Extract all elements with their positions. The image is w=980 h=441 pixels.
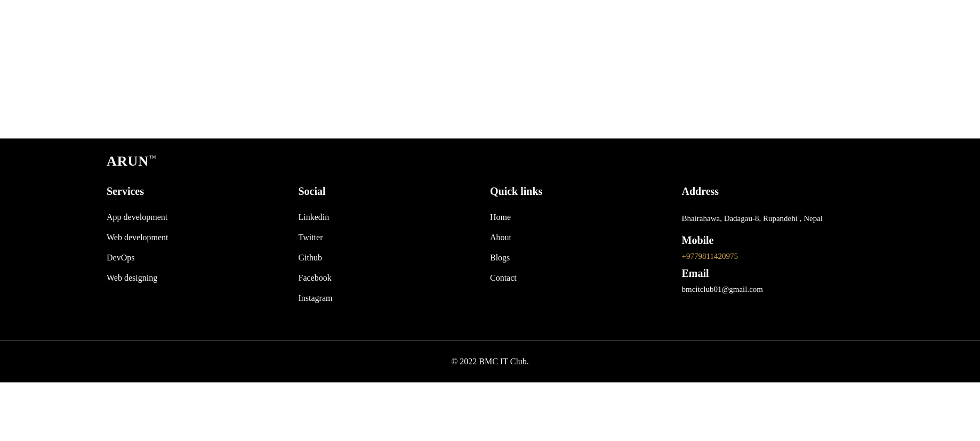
- brand-name: ARUN™: [107, 153, 157, 169]
- mobile-label: Mobile: [682, 234, 874, 247]
- footer-brand: ARUN™: [0, 138, 980, 169]
- list-item: Blogs: [490, 253, 682, 263]
- email-label: Email: [682, 267, 874, 280]
- footer-col-quick-links: Quick links Home About Blogs Contact: [490, 185, 682, 314]
- list-item: Linkedin: [299, 213, 491, 222]
- app-development-link[interactable]: App development: [107, 213, 167, 222]
- footer: ARUN™ Services App development Web devel…: [0, 138, 980, 382]
- web-designing-link[interactable]: Web designing: [107, 273, 157, 282]
- services-title: Services: [107, 185, 299, 198]
- email-value: bmcitclub01@gmail.com: [682, 285, 874, 294]
- home-link[interactable]: Home: [490, 213, 511, 222]
- web-development-link[interactable]: Web development: [107, 233, 168, 242]
- list-item: Web development: [107, 233, 299, 242]
- contact-link[interactable]: Contact: [490, 273, 517, 282]
- list-item: About: [490, 233, 682, 242]
- list-item: Web designing: [107, 273, 299, 283]
- twitter-link[interactable]: Twitter: [299, 233, 323, 242]
- quick-links-list: Home About Blogs Contact: [490, 213, 682, 283]
- list-item: Home: [490, 213, 682, 222]
- about-link[interactable]: About: [490, 233, 511, 242]
- social-list: Linkedin Twitter Github Facebook Instagr…: [299, 213, 491, 303]
- copyright-text: © 2022 BMC IT Club.: [451, 357, 529, 366]
- linkedin-link[interactable]: Linkedin: [299, 213, 330, 222]
- mobile-value: +9779811420975: [682, 252, 874, 261]
- address-text: Bhairahawa, Dadagau-8, Rupandehi , Nepal: [682, 213, 874, 225]
- white-top-section: [0, 0, 980, 138]
- instagram-link[interactable]: Instagram: [299, 293, 333, 303]
- footer-bottom: © 2022 BMC IT Club.: [0, 341, 980, 382]
- github-link[interactable]: Github: [299, 253, 322, 262]
- facebook-link[interactable]: Facebook: [299, 273, 332, 282]
- footer-col-address: Address Bhairahawa, Dadagau-8, Rupandehi…: [682, 185, 874, 314]
- blogs-link[interactable]: Blogs: [490, 253, 510, 262]
- list-item: Twitter: [299, 233, 491, 242]
- list-item: Contact: [490, 273, 682, 283]
- address-title: Address: [682, 185, 874, 198]
- list-item: Instagram: [299, 293, 491, 303]
- footer-col-services: Services App development Web development…: [107, 185, 299, 314]
- footer-columns: Services App development Web development…: [0, 169, 980, 340]
- services-list: App development Web development DevOps W…: [107, 213, 299, 283]
- list-item: Facebook: [299, 273, 491, 283]
- footer-col-social: Social Linkedin Twitter Github Facebook …: [299, 185, 491, 314]
- social-title: Social: [299, 185, 491, 198]
- list-item: DevOps: [107, 253, 299, 263]
- list-item: Github: [299, 253, 491, 263]
- devops-link[interactable]: DevOps: [107, 253, 134, 262]
- quick-links-title: Quick links: [490, 185, 682, 198]
- list-item: App development: [107, 213, 299, 222]
